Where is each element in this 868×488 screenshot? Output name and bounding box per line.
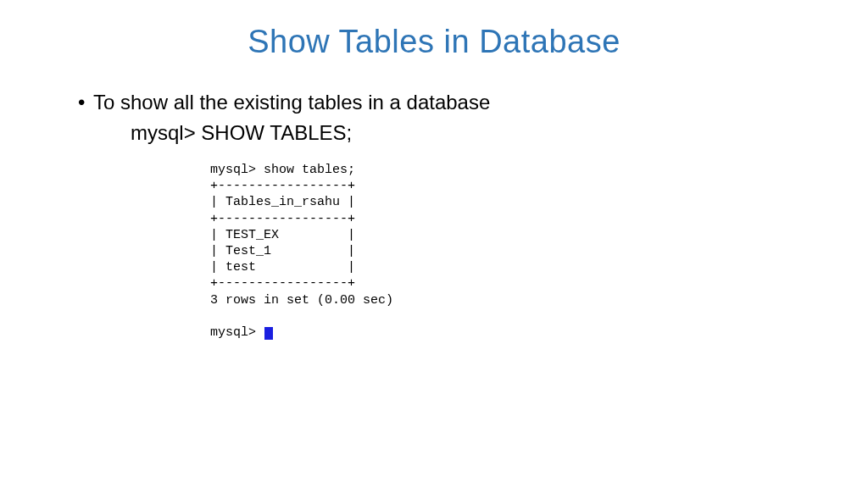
terminal-output: mysql> show tables; +-----------------+ …: [210, 162, 868, 341]
term-line: | test |: [210, 260, 355, 274]
bullet-block: To show all the existing tables in a dat…: [78, 91, 868, 145]
term-line: mysql> show tables;: [210, 163, 355, 177]
term-line: 3 rows in set (0.00 sec): [210, 293, 393, 308]
term-line: +-----------------+: [210, 212, 355, 226]
cursor-icon: [264, 327, 273, 340]
term-line: | TEST_EX |: [210, 228, 355, 242]
term-line: +-----------------+: [210, 276, 355, 291]
term-prompt: mysql>: [210, 325, 264, 340]
term-line: | Test_1 |: [210, 244, 355, 258]
term-line: | Tables_in_rsahu |: [210, 195, 355, 209]
bullet-main: To show all the existing tables in a dat…: [78, 91, 868, 114]
slide-title: Show Tables in Database: [0, 24, 868, 60]
term-line: +-----------------+: [210, 179, 355, 193]
bullet-sub: mysql> SHOW TABLES;: [131, 121, 868, 145]
